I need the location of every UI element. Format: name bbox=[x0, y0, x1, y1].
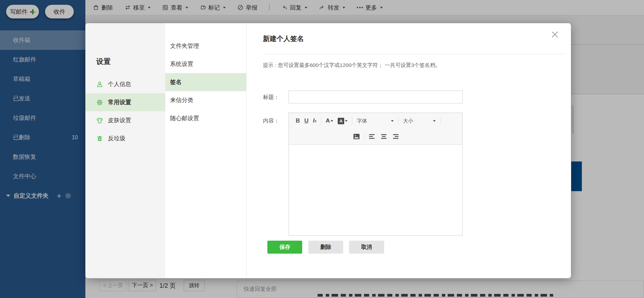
settings-item-common-settings[interactable]: 常用设置 bbox=[85, 93, 165, 111]
content-field-label: 内容： bbox=[263, 117, 279, 125]
save-button[interactable]: 保存 bbox=[267, 241, 302, 254]
editor-toolbar: B U Ix A A 字体 bbox=[289, 113, 462, 145]
signature-content-textarea[interactable] bbox=[289, 145, 462, 235]
panel-title: 新建个人签名 bbox=[263, 34, 304, 43]
chevron-down-icon bbox=[433, 120, 436, 122]
person-icon bbox=[96, 81, 103, 88]
font-color-icon: A bbox=[326, 117, 330, 124]
cancel-button[interactable]: 取消 bbox=[349, 241, 384, 254]
font-size-select[interactable]: 大小 bbox=[403, 118, 436, 124]
settings-item-personal-info[interactable]: 个人信息 bbox=[85, 75, 165, 93]
background-color-button[interactable]: A bbox=[338, 118, 348, 124]
mail-app-screen: 写邮件 收件 收件箱 红旗邮件 草稿箱 已发送 垃圾邮件 已删除 10 数据恢复… bbox=[0, 0, 644, 298]
tshirt-icon bbox=[96, 117, 103, 124]
submenu-item-incoming-classification[interactable]: 来信分类 bbox=[165, 91, 247, 109]
signature-panel: 新建个人签名 提示 : 您可设置最多600个汉字或1200个英文字符； 一共可设… bbox=[247, 23, 571, 278]
submenu-item-folder-management[interactable]: 文件夹管理 bbox=[165, 37, 247, 55]
settings-menu: 个人信息 常用设置 bbox=[85, 75, 165, 147]
chevron-down-icon bbox=[331, 120, 333, 122]
close-modal-button[interactable] bbox=[550, 29, 560, 40]
insert-image-icon[interactable] bbox=[353, 133, 360, 140]
settings-item-skin-settings[interactable]: 皮肤设置 bbox=[85, 111, 165, 129]
close-icon bbox=[551, 30, 559, 39]
settings-menu-column: 设置 个人信息 bbox=[85, 23, 165, 278]
signature-hint-text: 提示 : 您可设置最多600个汉字或1200个英文字符； 一共可设置3个签名档。 bbox=[263, 62, 440, 69]
align-right-icon[interactable] bbox=[392, 134, 398, 139]
background-color-icon: A bbox=[338, 118, 344, 124]
toolbar-separator bbox=[352, 117, 352, 125]
settings-submenu: 文件夹管理 系统设置 签名 来信分类 随心邮设置 bbox=[165, 37, 247, 127]
title-field-label: 标题： bbox=[263, 94, 279, 101]
toolbar-separator bbox=[440, 117, 440, 125]
signature-title-input[interactable] bbox=[289, 90, 463, 103]
rich-text-editor: B U Ix A A 字体 bbox=[289, 113, 463, 236]
chevron-down-icon bbox=[391, 120, 394, 122]
toolbar-separator bbox=[364, 133, 365, 140]
trash-green-icon bbox=[96, 135, 103, 142]
align-left-icon[interactable] bbox=[369, 134, 376, 139]
underline-icon[interactable]: U bbox=[304, 117, 308, 124]
submenu-item-signature[interactable]: 签名 bbox=[165, 73, 247, 91]
toolbar-separator bbox=[398, 117, 398, 125]
settings-modal: 设置 个人信息 bbox=[85, 23, 571, 278]
divider bbox=[263, 54, 565, 54]
align-center-icon[interactable] bbox=[380, 134, 387, 139]
bold-icon[interactable]: B bbox=[296, 117, 300, 124]
font-color-button[interactable]: A bbox=[326, 117, 333, 124]
settings-submenu-column: 文件夹管理 系统设置 签名 来信分类 随心邮设置 bbox=[165, 23, 247, 278]
clear-format-icon[interactable]: Ix bbox=[313, 117, 317, 124]
toolbar-separator bbox=[321, 117, 321, 125]
delete-signature-button[interactable]: 删除 bbox=[308, 241, 343, 254]
settings-title: 设置 bbox=[96, 57, 111, 66]
submenu-item-suixin-mail[interactable]: 随心邮设置 bbox=[165, 109, 247, 127]
submenu-item-system-settings[interactable]: 系统设置 bbox=[165, 55, 247, 73]
chevron-down-icon bbox=[345, 120, 348, 122]
gear-icon bbox=[96, 99, 103, 106]
settings-item-anti-spam[interactable]: 反垃圾 bbox=[85, 129, 165, 147]
font-family-select[interactable]: 字体 bbox=[357, 118, 394, 124]
